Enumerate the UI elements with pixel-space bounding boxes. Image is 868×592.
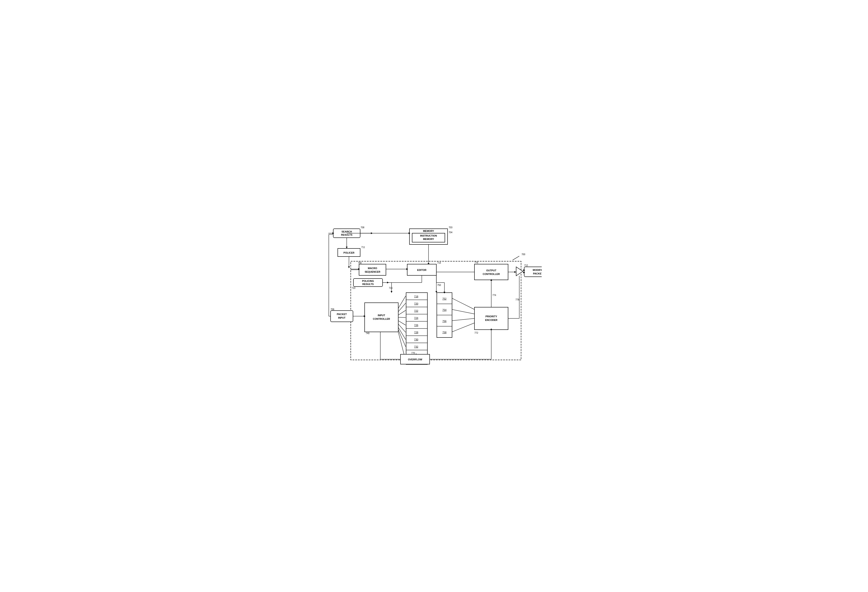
ref-774: 774 (492, 294, 496, 296)
overflow-label: OVERFLOW (408, 358, 422, 361)
macro-label2: SEQUENCER (365, 271, 380, 273)
q-732: 732 (414, 345, 418, 348)
diagram-svg: 700 MEMORY INSTRUCTION MEMORY 703 704 SE… (326, 222, 542, 370)
arrow-ic-q4 (398, 317, 406, 318)
arrow-oq-pe4 (452, 323, 474, 332)
mux-symbol (516, 267, 523, 276)
priority-encoder-box (474, 307, 508, 330)
q-726: 726 (414, 324, 418, 327)
ref-700: 700 (521, 253, 526, 256)
arrow-ic-q7 (398, 327, 406, 339)
ref-710: 710 (351, 287, 356, 289)
input-controller-label2: CONTROLLER (373, 318, 390, 320)
memory-label: MEMORY (423, 229, 434, 232)
q-720: 720 (414, 302, 418, 305)
ref-780: 780 (358, 262, 362, 264)
arrow-ic-q6 (398, 324, 406, 332)
arrow-ic-q2 (398, 303, 406, 312)
oq-756: 756 (442, 320, 446, 323)
priority-encoder-label1: PRIORITY (486, 315, 497, 318)
output-controller-label1: OUTPUT (486, 269, 496, 272)
arrowhead-oc-mux (514, 271, 516, 273)
ref-714: 714 (437, 262, 441, 264)
ref-703: 703 (449, 226, 453, 229)
arrow-700 (512, 256, 519, 260)
input-controller-label1: INPUT (378, 314, 385, 317)
arrow-ic-q3 (398, 310, 406, 315)
search-results-label2: RESULTS (341, 234, 352, 236)
arrow-oq-pe3 (452, 318, 474, 321)
search-results-label1: SEARCH (341, 230, 352, 233)
modified-packets-label2: PACKETS (533, 272, 542, 275)
arrow-ic-q5 (398, 321, 406, 325)
q-730: 730 (414, 338, 418, 341)
ref-716: 716 (389, 287, 393, 289)
output-controller-label2: CONTROLLER (483, 273, 500, 275)
diagram-container: 700 MEMORY INSTRUCTION MEMORY 703 704 SE… (326, 222, 542, 370)
arrowhead-policer-down (348, 266, 350, 268)
ref-712: 712 (524, 264, 528, 266)
oq-758: 758 (442, 331, 446, 334)
modified-packets-box (524, 267, 542, 277)
ref-750: 750 (437, 284, 441, 286)
instruction-label2: MEMORY (423, 238, 434, 240)
oq-754: 754 (442, 309, 446, 311)
output-controller-box (474, 264, 508, 280)
ref-740: 740 (366, 332, 369, 334)
instruction-label1: INSTRUCTION (420, 234, 437, 237)
macro-seq-box (359, 264, 386, 275)
ref-778: 778 (515, 299, 519, 301)
priority-encoder-label2: ENCODER (485, 319, 497, 321)
q-722: 722 (414, 309, 418, 312)
ref-770: 770 (411, 352, 415, 354)
editor-label: EDITOR (417, 269, 426, 271)
arrow-oq-pe2 (452, 309, 474, 314)
ref-706: 706 (331, 308, 334, 311)
ref-711: 711 (361, 246, 365, 249)
q-728: 728 (414, 331, 418, 334)
arrow-ic-q1 (398, 296, 406, 308)
policer-label: POLICER (343, 252, 354, 254)
packet-input-box (331, 311, 353, 322)
q-718: 718 (414, 295, 418, 298)
arrow-oq-pe1 (452, 298, 474, 309)
packet-input-label1: PACKET (337, 313, 347, 315)
macro-label1: MACRO (368, 267, 377, 269)
ref-776: 776 (474, 262, 478, 264)
arrowhead-editor-queues (391, 291, 393, 293)
ref-708: 708 (360, 226, 365, 229)
arrowhead-sr-down (346, 247, 348, 249)
input-controller-box (365, 303, 398, 332)
ref-704: 704 (449, 231, 453, 234)
policing-results-label2: RESULTS (362, 283, 373, 286)
oq-752: 752 (442, 297, 446, 300)
arrow-ic-q8 (398, 330, 406, 347)
q-724: 724 (414, 317, 418, 319)
modified-packets-label1: MODIFIED (533, 269, 542, 271)
ref-772: 772 (474, 332, 478, 334)
packet-input-label2: INPUT (338, 317, 345, 319)
policing-results-label1: POLICING (362, 280, 374, 282)
